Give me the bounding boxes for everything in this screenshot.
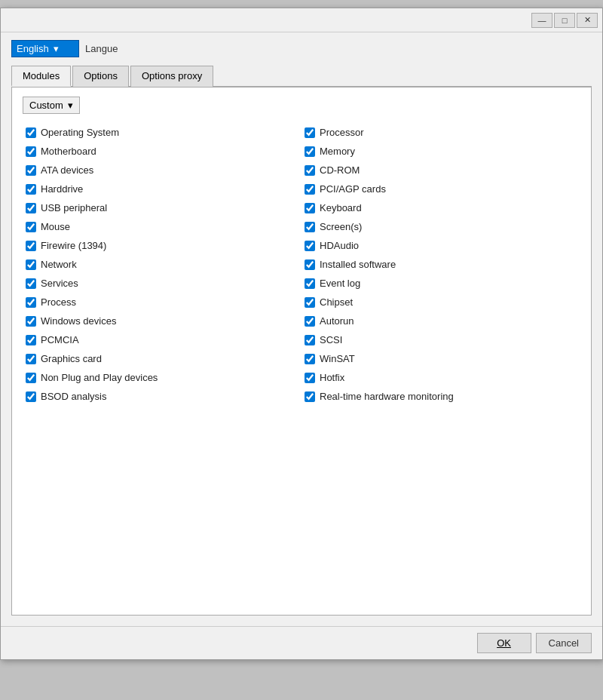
checkbox-keyboard-input[interactable] [305, 203, 315, 213]
checkbox-pcmcia-input[interactable] [26, 335, 36, 345]
checkbox-pci-label[interactable]: PCI/AGP cards [320, 183, 386, 195]
checkbox-windevices-input[interactable] [26, 316, 36, 327]
checkbox-pci-input[interactable] [305, 184, 315, 195]
checkbox-winsat-input[interactable] [305, 354, 315, 364]
checkbox-winsat: WinSAT [302, 349, 580, 368]
checkbox-eventlog-input[interactable] [305, 278, 315, 289]
checkbox-usb-input[interactable] [26, 203, 36, 213]
checkbox-firewire-input[interactable] [26, 241, 36, 251]
checkbox-process: Process [23, 293, 302, 312]
language-label: Langue [85, 43, 118, 54]
checkbox-realtime-label[interactable]: Real-time hardware monitoring [320, 391, 454, 402]
checkbox-os-label[interactable]: Operating System [41, 127, 119, 138]
checkbox-hotfix-input[interactable] [305, 373, 315, 383]
checkbox-services-label[interactable]: Services [41, 278, 78, 289]
preset-dropdown[interactable]: Custom ▾ [23, 97, 80, 114]
checkbox-bsod-label[interactable]: BSOD analysis [41, 391, 106, 402]
checkbox-realtime: Real-time hardware monitoring [302, 387, 580, 406]
close-button[interactable]: ✕ [577, 13, 598, 28]
checkbox-nonplug-label[interactable]: Non Plug and Play devices [41, 372, 158, 383]
checkbox-nonplug-input[interactable] [26, 373, 36, 383]
checkbox-software-input[interactable] [305, 259, 315, 270]
checkbox-graphics-input[interactable] [26, 354, 36, 364]
checkbox-scsi-input[interactable] [305, 335, 315, 345]
checkbox-autorun-input[interactable] [305, 316, 315, 327]
checkbox-memory: Memory [302, 142, 580, 161]
checkbox-chipset: Chipset [302, 293, 580, 312]
checkbox-processor-input[interactable] [305, 127, 315, 138]
checkbox-services-input[interactable] [26, 278, 36, 289]
checkbox-chipset-label[interactable]: Chipset [320, 296, 353, 308]
checkbox-pcmcia-label[interactable]: PCMCIA [41, 334, 79, 345]
checkbox-scsi-label[interactable]: SCSI [320, 334, 342, 345]
checkbox-mouse: Mouse [23, 217, 302, 236]
checkbox-hotfix-label[interactable]: Hotfix [320, 372, 344, 383]
checkbox-firewire-label[interactable]: Firewire (1394) [41, 240, 106, 251]
checkbox-motherboard: Motherboard [23, 142, 302, 161]
checkbox-graphics: Graphics card [23, 349, 302, 368]
modules-panel: Custom ▾ Operating System Processor [11, 88, 592, 616]
checkbox-mouse-label[interactable]: Mouse [41, 221, 70, 232]
checkbox-nonplug: Non Plug and Play devices [23, 368, 302, 387]
checkbox-os-input[interactable] [26, 127, 36, 138]
preset-row: Custom ▾ [23, 97, 580, 114]
minimize-button[interactable]: — [531, 13, 552, 28]
checkbox-services: Services [23, 274, 302, 293]
checkbox-chipset-input[interactable] [305, 297, 315, 308]
checkbox-hdaudio: HDAudio [302, 236, 580, 255]
tab-modules[interactable]: Modules [11, 66, 71, 87]
checkbox-windevices-label[interactable]: Windows devices [41, 315, 116, 327]
checkbox-pci: PCI/AGP cards [302, 180, 580, 198]
checkbox-usb: USB peripheral [23, 198, 302, 217]
checkbox-graphics-label[interactable]: Graphics card [41, 353, 102, 364]
checkbox-eventlog-label[interactable]: Event log [320, 278, 360, 289]
checkboxes-grid: Operating System Processor Motherboard M… [23, 123, 580, 406]
checkbox-process-input[interactable] [26, 297, 36, 308]
checkbox-usb-label[interactable]: USB peripheral [41, 202, 107, 213]
checkbox-screens-label[interactable]: Screen(s) [320, 221, 362, 232]
tab-options-proxy[interactable]: Options proxy [130, 66, 213, 87]
checkbox-autorun-label[interactable]: Autorun [320, 315, 354, 327]
checkbox-firewire: Firewire (1394) [23, 236, 302, 255]
checkbox-network-label[interactable]: Network [41, 259, 77, 270]
checkbox-motherboard-input[interactable] [26, 146, 36, 157]
tabs-bar: Modules Options Options proxy [11, 65, 592, 88]
checkbox-harddrive-label[interactable]: Harddrive [41, 183, 83, 195]
checkbox-screens-input[interactable] [305, 222, 315, 232]
tab-options[interactable]: Options [72, 66, 129, 87]
checkbox-process-label[interactable]: Process [41, 296, 76, 308]
checkbox-autorun: Autorun [302, 312, 580, 330]
checkbox-motherboard-label[interactable]: Motherboard [41, 146, 96, 157]
checkbox-realtime-input[interactable] [305, 391, 315, 402]
checkbox-harddrive-input[interactable] [26, 184, 36, 195]
checkbox-memory-input[interactable] [305, 146, 315, 157]
checkbox-network-input[interactable] [26, 259, 36, 270]
preset-label: Custom [29, 100, 63, 111]
language-dropdown-arrow: ▾ [54, 43, 59, 54]
checkbox-ata-label[interactable]: ATA devices [41, 164, 93, 176]
titlebar-buttons: — □ ✕ [531, 13, 598, 28]
checkbox-mouse-input[interactable] [26, 222, 36, 232]
checkbox-screens: Screen(s) [302, 217, 580, 236]
checkbox-hdaudio-label[interactable]: HDAudio [320, 240, 359, 251]
checkbox-ata-input[interactable] [26, 165, 36, 176]
titlebar: — □ ✕ [1, 8, 602, 32]
checkbox-network: Network [23, 255, 302, 274]
checkbox-cdrom-input[interactable] [305, 165, 315, 176]
checkbox-cdrom-label[interactable]: CD-ROM [320, 164, 360, 176]
checkbox-keyboard-label[interactable]: Keyboard [320, 202, 362, 213]
checkbox-memory-label[interactable]: Memory [320, 146, 355, 157]
checkbox-eventlog: Event log [302, 274, 580, 293]
bottom-bar: OK Cancel [1, 626, 602, 659]
maximize-button[interactable]: □ [554, 13, 575, 28]
checkbox-processor-label[interactable]: Processor [320, 127, 364, 138]
checkbox-winsat-label[interactable]: WinSAT [320, 353, 355, 364]
checkbox-bsod-input[interactable] [26, 391, 36, 402]
language-dropdown[interactable]: English ▾ [11, 40, 79, 57]
cancel-button[interactable]: Cancel [536, 633, 592, 653]
checkbox-scsi: SCSI [302, 330, 580, 349]
ok-button[interactable]: OK [477, 633, 531, 653]
checkbox-harddrive: Harddrive [23, 180, 302, 198]
checkbox-software-label[interactable]: Installed software [320, 259, 396, 270]
checkbox-hdaudio-input[interactable] [305, 241, 315, 251]
